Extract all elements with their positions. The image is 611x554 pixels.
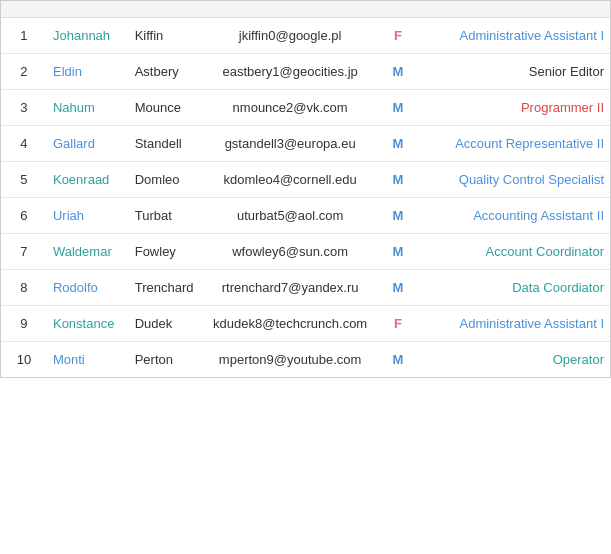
cell-empid: 2 xyxy=(1,54,47,90)
cell-jobtitle: Data Coordiator xyxy=(421,270,610,306)
cell-email: gstandell3@europa.eu xyxy=(205,126,375,162)
cell-lastname: Trenchard xyxy=(129,270,206,306)
cell-jobtitle: Programmer II xyxy=(421,90,610,126)
table-row: 4 Gallard Standell gstandell3@europa.eu … xyxy=(1,126,610,162)
table-row: 9 Konstance Dudek kdudek8@techcrunch.com… xyxy=(1,306,610,342)
cell-gender: M xyxy=(375,342,421,378)
cell-email: eastbery1@geocities.jp xyxy=(205,54,375,90)
header-jobtitle xyxy=(421,1,610,18)
table-row: 8 Rodolfo Trenchard rtrenchard7@yandex.r… xyxy=(1,270,610,306)
header-lastname xyxy=(129,1,206,18)
header-gender xyxy=(375,1,421,18)
header-empid xyxy=(1,1,47,18)
cell-lastname: Perton xyxy=(129,342,206,378)
cell-lastname: Fowley xyxy=(129,234,206,270)
cell-jobtitle: Administrative Assistant I xyxy=(421,306,610,342)
table-row: 2 Eldin Astbery eastbery1@geocities.jp M… xyxy=(1,54,610,90)
cell-firstname: Uriah xyxy=(47,198,129,234)
cell-email: jkiffin0@google.pl xyxy=(205,18,375,54)
cell-firstname: Nahum xyxy=(47,90,129,126)
cell-lastname: Standell xyxy=(129,126,206,162)
cell-firstname: Monti xyxy=(47,342,129,378)
cell-jobtitle: Account Representative II xyxy=(421,126,610,162)
cell-firstname: Eldin xyxy=(47,54,129,90)
cell-lastname: Kiffin xyxy=(129,18,206,54)
cell-gender: F xyxy=(375,306,421,342)
cell-gender: F xyxy=(375,18,421,54)
cell-gender: M xyxy=(375,126,421,162)
cell-lastname: Domleo xyxy=(129,162,206,198)
cell-jobtitle: Operator xyxy=(421,342,610,378)
cell-email: nmounce2@vk.com xyxy=(205,90,375,126)
table-header-row xyxy=(1,1,610,18)
cell-email: mperton9@youtube.com xyxy=(205,342,375,378)
header-firstname xyxy=(47,1,129,18)
cell-jobtitle: Administrative Assistant I xyxy=(421,18,610,54)
cell-empid: 9 xyxy=(1,306,47,342)
cell-firstname: Rodolfo xyxy=(47,270,129,306)
table-row: 6 Uriah Turbat uturbat5@aol.com M Accoun… xyxy=(1,198,610,234)
cell-email: uturbat5@aol.com xyxy=(205,198,375,234)
cell-gender: M xyxy=(375,198,421,234)
table-row: 7 Waldemar Fowley wfowley6@sun.com M Acc… xyxy=(1,234,610,270)
cell-gender: M xyxy=(375,270,421,306)
cell-jobtitle: Account Coordinator xyxy=(421,234,610,270)
cell-email: kdomleo4@cornell.edu xyxy=(205,162,375,198)
cell-lastname: Dudek xyxy=(129,306,206,342)
data-table: 1 Johannah Kiffin jkiffin0@google.pl F A… xyxy=(0,0,611,378)
cell-firstname: Konstance xyxy=(47,306,129,342)
cell-empid: 7 xyxy=(1,234,47,270)
header-email xyxy=(205,1,375,18)
cell-jobtitle: Senior Editor xyxy=(421,54,610,90)
cell-empid: 4 xyxy=(1,126,47,162)
cell-firstname: Johannah xyxy=(47,18,129,54)
cell-empid: 6 xyxy=(1,198,47,234)
table-row: 3 Nahum Mounce nmounce2@vk.com M Program… xyxy=(1,90,610,126)
cell-empid: 5 xyxy=(1,162,47,198)
cell-jobtitle: Quality Control Specialist xyxy=(421,162,610,198)
cell-gender: M xyxy=(375,54,421,90)
cell-firstname: Koenraad xyxy=(47,162,129,198)
cell-gender: M xyxy=(375,234,421,270)
cell-empid: 8 xyxy=(1,270,47,306)
cell-lastname: Mounce xyxy=(129,90,206,126)
cell-gender: M xyxy=(375,90,421,126)
cell-email: rtrenchard7@yandex.ru xyxy=(205,270,375,306)
cell-empid: 1 xyxy=(1,18,47,54)
cell-firstname: Waldemar xyxy=(47,234,129,270)
cell-lastname: Astbery xyxy=(129,54,206,90)
table-row: 1 Johannah Kiffin jkiffin0@google.pl F A… xyxy=(1,18,610,54)
cell-email: wfowley6@sun.com xyxy=(205,234,375,270)
cell-lastname: Turbat xyxy=(129,198,206,234)
cell-jobtitle: Accounting Assistant II xyxy=(421,198,610,234)
cell-email: kdudek8@techcrunch.com xyxy=(205,306,375,342)
cell-empid: 10 xyxy=(1,342,47,378)
cell-firstname: Gallard xyxy=(47,126,129,162)
table-row: 10 Monti Perton mperton9@youtube.com M O… xyxy=(1,342,610,378)
cell-gender: M xyxy=(375,162,421,198)
table-row: 5 Koenraad Domleo kdomleo4@cornell.edu M… xyxy=(1,162,610,198)
cell-empid: 3 xyxy=(1,90,47,126)
